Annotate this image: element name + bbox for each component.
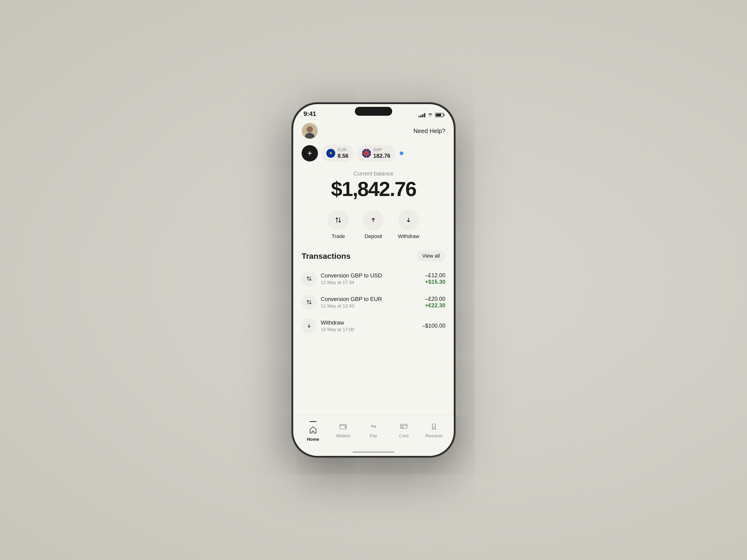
battery-fill (436, 114, 441, 116)
gbp-currency-pill[interactable]: GBP 182.76 (357, 145, 395, 162)
eur-code: EUR (338, 148, 349, 153)
wallets-icon (338, 421, 348, 431)
deposit-icon (369, 216, 378, 224)
gbp-amount: 182.76 (373, 153, 390, 159)
deposit-label: Deposit (365, 233, 382, 239)
balance-section: Current balance $1,842.76 (302, 170, 445, 199)
wifi-icon (428, 112, 433, 117)
tab-home-label: Home (307, 437, 319, 442)
transactions-section: Transactions View all Conversion GBP (302, 250, 445, 415)
tab-wallets-label: Wallets (336, 433, 351, 438)
signal-bar-3 (422, 114, 423, 117)
deposit-action[interactable]: Deposit (363, 210, 384, 239)
transaction-item[interactable]: Conversion GBP to USD 12 May at 17:34 –£… (302, 267, 445, 291)
dynamic-island (355, 107, 392, 116)
svg-point-1 (307, 126, 313, 132)
svg-point-11 (432, 424, 436, 427)
help-button[interactable]: Need Help? (413, 127, 445, 135)
tx-info-3: Withdraw 10 May at 17:00 (321, 319, 418, 332)
tab-wallets[interactable]: Wallets (328, 419, 359, 438)
tab-bar: Home Wallets (293, 415, 454, 448)
tx-info-1: Conversion GBP to USD 12 May at 17:34 (321, 272, 421, 285)
signal-bars-icon (418, 113, 425, 117)
home-indicator (293, 448, 454, 456)
svg-rect-8 (344, 427, 346, 428)
transactions-title: Transactions (302, 251, 351, 261)
tab-home[interactable]: Home (298, 419, 328, 442)
rewards-icon (429, 421, 439, 431)
balance-amount: $1,842.76 (302, 179, 445, 199)
tx-debit-1: –£12.00 (425, 272, 445, 278)
tab-card-label: Card (399, 433, 409, 438)
transactions-header: Transactions View all (302, 250, 445, 261)
phone-screen: 9:41 (293, 104, 454, 456)
gbp-code: GBP (373, 148, 390, 153)
withdraw-action[interactable]: Withdraw (398, 210, 419, 239)
tx-amounts-2: –£20.00 +€22.30 (425, 296, 445, 309)
transaction-item[interactable]: Conversion GBP to EUR 11 May at 12:43 –£… (302, 291, 445, 314)
eur-flag-icon: ★ (326, 149, 335, 158)
trade-icon (334, 216, 342, 224)
tx-debit-3: –$100.00 (422, 322, 445, 329)
tx-withdraw-icon (302, 318, 316, 333)
tx-credit-1: +$15.30 (425, 278, 445, 285)
tab-pay[interactable]: Pay (358, 419, 389, 438)
transaction-item[interactable]: Withdraw 10 May at 17:00 –$100.00 (302, 314, 445, 338)
app-header: Need Help? (302, 121, 445, 145)
tx-amounts-3: –$100.00 (422, 322, 445, 329)
tab-rewards-label: Rewards (425, 433, 443, 438)
eur-currency-pill[interactable]: ★ EUR 8.56 (321, 145, 354, 162)
tx-name-3: Withdraw (321, 319, 418, 326)
tx-credit-2: +€22.30 (425, 302, 445, 309)
home-icon (308, 425, 318, 435)
convert-icon (306, 299, 312, 305)
signal-bar-4 (424, 113, 425, 117)
signal-bar-2 (420, 115, 421, 117)
currency-row: + ★ EUR 8.5 (302, 145, 445, 162)
tx-convert-icon-2 (302, 295, 316, 310)
svg-text:★: ★ (329, 151, 333, 155)
tx-date-3: 10 May at 17:00 (321, 327, 418, 332)
withdraw-action-circle (398, 210, 419, 231)
tx-debit-2: –£20.00 (425, 296, 445, 302)
gbp-currency-info: GBP 182.76 (373, 148, 390, 159)
status-time: 9:41 (304, 110, 316, 117)
gbp-flag-icon (362, 149, 371, 158)
main-content: Need Help? + ★ (293, 121, 454, 415)
withdraw-tx-icon (306, 322, 312, 329)
phone-wrapper: 9:41 (278, 84, 469, 476)
tx-date-2: 11 May at 12:43 (321, 303, 421, 309)
card-icon (399, 421, 409, 431)
trade-action[interactable]: Trade (328, 210, 349, 239)
tx-convert-icon-1 (302, 271, 316, 286)
convert-icon (306, 275, 312, 282)
deposit-action-circle (363, 210, 384, 231)
avatar[interactable] (302, 123, 318, 139)
more-currencies-indicator (400, 152, 403, 155)
plus-icon: + (307, 149, 312, 158)
tx-date-1: 12 May at 17:34 (321, 280, 421, 285)
tx-name-1: Conversion GBP to USD (321, 272, 421, 279)
status-icons (418, 112, 443, 117)
phone-frame: 9:41 (292, 103, 455, 457)
add-currency-button[interactable]: + (302, 145, 318, 161)
pay-icon (368, 421, 379, 431)
tab-rewards[interactable]: Rewards (419, 419, 449, 438)
withdraw-icon (404, 216, 413, 224)
svg-rect-9 (401, 424, 407, 428)
eur-amount: 8.56 (338, 153, 349, 159)
svg-rect-10 (402, 427, 403, 428)
eur-currency-info: EUR 8.56 (338, 148, 349, 159)
view-all-button[interactable]: View all (417, 250, 445, 261)
battery-icon (435, 113, 443, 117)
tx-name-2: Conversion GBP to EUR (321, 296, 421, 302)
trade-label: Trade (332, 233, 345, 239)
tab-pay-label: Pay (370, 433, 378, 438)
tab-card[interactable]: Card (389, 419, 419, 438)
trade-action-circle (328, 210, 349, 231)
signal-bar-1 (418, 116, 420, 117)
tx-amounts-1: –£12.00 +$15.30 (425, 272, 445, 285)
tab-active-indicator (310, 421, 316, 422)
actions-row: Trade Deposit (302, 210, 445, 239)
home-bar (353, 451, 394, 453)
